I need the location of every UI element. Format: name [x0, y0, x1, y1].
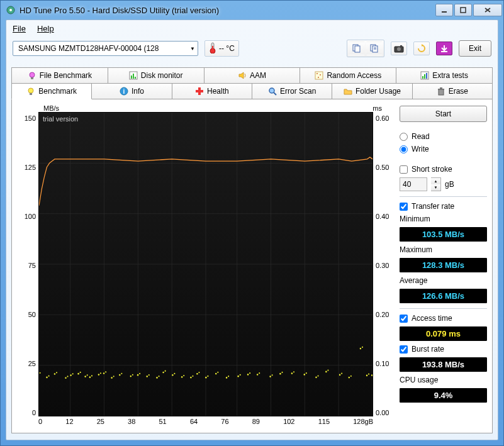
temperature-value: -- °C [219, 44, 235, 53]
svg-point-115 [272, 374, 273, 376]
svg-point-129 [350, 376, 352, 377]
y-axis-ticks: 1501251007550250 [17, 112, 38, 428]
magnify-icon [268, 87, 277, 96]
svg-point-130 [360, 348, 361, 350]
svg-rect-23 [315, 72, 323, 79]
short-stroke-input[interactable]: 40 [400, 177, 427, 191]
maximum-label: Maximum [400, 245, 487, 254]
svg-point-31 [28, 88, 33, 93]
screenshot-button[interactable] [391, 42, 407, 55]
window-title: HD Tune Pro 5.50 - Hard Disk/SSD Utility… [20, 6, 435, 15]
menubar: File Help [6, 21, 498, 36]
tab-benchmark[interactable]: Benchmark [11, 83, 92, 99]
svg-rect-39 [439, 89, 444, 95]
svg-point-123 [318, 375, 319, 376]
close-button[interactable] [473, 4, 502, 16]
svg-point-126 [339, 374, 340, 376]
svg-point-120 [304, 374, 305, 376]
svg-rect-40 [438, 89, 444, 90]
svg-point-80 [111, 377, 112, 379]
tab-extra-tests[interactable]: Extra tests [396, 67, 493, 84]
svg-rect-36 [196, 90, 203, 92]
tab-file-benchmark[interactable]: File Benchmark [11, 67, 108, 84]
svg-point-26 [318, 77, 319, 78]
copy-data-button[interactable] [349, 42, 365, 55]
write-radio[interactable] [400, 145, 408, 153]
menu-help[interactable]: Help [37, 24, 54, 33]
svg-point-71 [80, 372, 81, 373]
svg-point-77 [100, 372, 101, 374]
tab-erase[interactable]: Erase [413, 83, 493, 99]
svg-rect-20 [131, 75, 132, 79]
minimize-button[interactable] [435, 4, 453, 16]
short-stroke-spinner[interactable]: ▲▼ [431, 177, 441, 191]
svg-rect-21 [133, 74, 134, 79]
transfer-rate-checkbox[interactable] [400, 203, 408, 211]
svg-point-106 [226, 377, 227, 379]
extra-icon [420, 71, 429, 80]
svg-point-110 [247, 374, 249, 376]
svg-point-89 [148, 374, 150, 376]
read-radio[interactable] [400, 133, 408, 141]
svg-point-122 [315, 376, 316, 378]
maximize-button[interactable] [454, 4, 472, 16]
svg-point-94 [172, 374, 173, 376]
thermometer-icon [209, 42, 216, 55]
svg-point-99 [192, 376, 193, 377]
tab-health[interactable]: Health [172, 83, 252, 99]
svg-point-82 [119, 374, 120, 376]
svg-point-109 [240, 374, 241, 376]
toolbar: SAMSUNG MZMTD128HAFV-00004 (128 ▼ -- °C … [6, 36, 498, 61]
cpu-usage-value: 9.4% [400, 388, 487, 403]
svg-point-25 [320, 74, 321, 75]
tab-random-access[interactable]: Random Access [300, 67, 396, 84]
svg-point-119 [293, 371, 294, 372]
svg-point-116 [279, 373, 281, 375]
folder-icon [344, 87, 352, 96]
svg-point-17 [30, 72, 35, 77]
svg-point-75 [91, 375, 92, 376]
cpu-usage-label: CPU usage [400, 376, 487, 384]
exit-button[interactable]: Exit [459, 40, 491, 57]
tab-error-scan[interactable]: Error Scan [252, 83, 332, 99]
svg-point-118 [291, 372, 293, 374]
bulb-yellow-icon [26, 87, 35, 96]
menu-file[interactable]: File [13, 24, 26, 33]
minimum-value: 103.5 MB/s [400, 227, 487, 242]
access-time-label: Access time [412, 314, 452, 323]
svg-point-131 [362, 347, 363, 348]
copy-info-button[interactable] [366, 42, 383, 55]
minimum-label: Minimum [400, 215, 487, 223]
svg-rect-3 [461, 8, 466, 13]
svg-point-1 [9, 9, 12, 11]
access-time-checkbox[interactable] [400, 315, 408, 323]
copy-group [347, 40, 384, 57]
trash-icon [437, 87, 445, 96]
transfer-rate-label: Transfer rate [412, 202, 454, 211]
save-button[interactable] [436, 42, 452, 55]
svg-point-108 [237, 376, 238, 377]
titlebar: HD Tune Pro 5.50 - Hard Disk/SSD Utility… [1, 1, 503, 20]
burst-rate-checkbox[interactable] [400, 345, 408, 354]
start-button[interactable]: Start [400, 106, 487, 122]
svg-rect-2 [442, 11, 447, 13]
svg-text:i: i [123, 88, 125, 95]
tab-disk-monitor[interactable]: Disk monitor [108, 67, 204, 84]
svg-point-67 [67, 376, 69, 377]
tab-info[interactable]: iInfo [92, 83, 172, 99]
svg-point-134 [371, 374, 372, 376]
svg-point-64 [54, 373, 55, 375]
refresh-button[interactable] [413, 42, 430, 55]
svg-rect-32 [30, 93, 32, 95]
svg-point-93 [165, 371, 166, 372]
svg-point-107 [228, 376, 229, 377]
svg-point-98 [190, 377, 191, 379]
bulb-pink-icon [28, 71, 36, 80]
tab-aam[interactable]: AAM [204, 67, 301, 84]
tab-folder-usage[interactable]: Folder Usage [332, 83, 412, 99]
svg-point-78 [103, 372, 104, 374]
svg-point-14 [397, 47, 401, 51]
device-select[interactable]: SAMSUNG MZMTD128HAFV-00004 (128 ▼ [13, 41, 198, 56]
short-stroke-checkbox[interactable] [400, 165, 408, 174]
svg-point-112 [257, 374, 258, 376]
